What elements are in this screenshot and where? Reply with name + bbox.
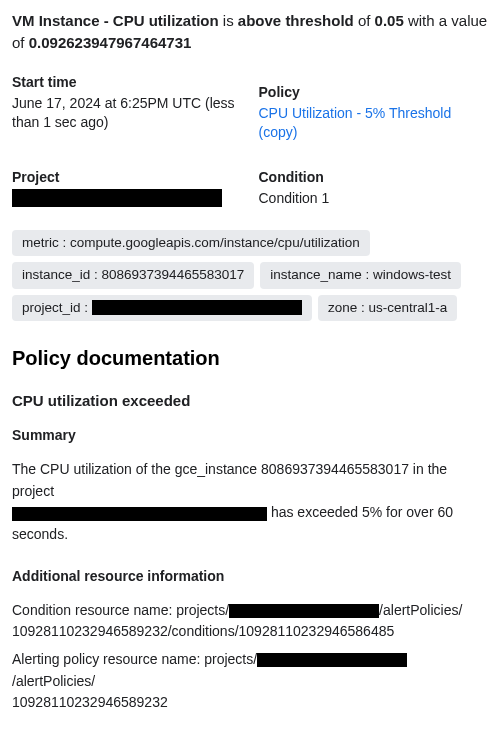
chip-project-id-label: project_id : [22,300,88,316]
start-time-block: Start time June 17, 2024 at 6:25PM UTC (… [12,74,243,143]
policy-label: Policy [259,84,490,100]
policy-doc-subheading: CPU utilization exceeded [12,392,489,409]
headline-subject: VM Instance - CPU utilization [12,12,219,29]
condition-resource-name: Condition resource name: projects//alert… [12,600,489,643]
chip-project-id: project_id : [12,295,312,321]
start-time-label: Start time [12,74,243,90]
alert-email-body: VM Instance - CPU utilization is above t… [0,0,501,733]
headline-threshold: 0.05 [375,12,404,29]
cond-res-project-redacted [229,604,379,618]
headline-state: above threshold [238,12,354,29]
additional-res-label: Additional resource information [12,568,489,584]
cond-res-prefix: Condition resource name: projects/ [12,602,229,618]
meta-grid: Start time June 17, 2024 at 6:25PM UTC (… [12,74,489,209]
policy-doc-heading: Policy documentation [12,347,489,370]
chip-zone: zone : us-central1-a [318,295,457,321]
condition-block: Condition Condition 1 [259,169,490,209]
chip-project-id-redacted [92,300,302,315]
label-chips: metric : compute.googleapis.com/instance… [12,230,489,321]
alert-res-project-redacted [257,653,407,667]
project-value-redacted [12,189,222,207]
policy-block: Policy CPU Utilization - 5% Threshold (c… [259,74,490,143]
condition-value: Condition 1 [259,189,490,209]
chip-metric: metric : compute.googleapis.com/instance… [12,230,370,256]
condition-label: Condition [259,169,490,185]
headline-txt: of [354,12,375,29]
chip-instance-id: instance_id : 8086937394465583017 [12,262,254,288]
project-label: Project [12,169,243,185]
summary-prefix: The CPU utilization of the gce_instance … [12,461,447,499]
summary-text: The CPU utilization of the gce_instance … [12,459,489,546]
alert-resource-name: Alerting policy resource name: projects/… [12,649,489,714]
summary-label: Summary [12,427,489,443]
headline-value: 0.092623947967464731 [29,34,192,51]
start-time-value: June 17, 2024 at 6:25PM UTC (less than 1… [12,94,243,133]
alert-headline: VM Instance - CPU utilization is above t… [12,10,489,54]
alert-res-suffix: /alertPolicies/ 10928110232946589232 [12,673,168,711]
summary-project-redacted [12,507,267,521]
chip-instance-name: instance_name : windows-test [260,262,461,288]
alert-res-prefix: Alerting policy resource name: projects/ [12,651,257,667]
policy-link[interactable]: CPU Utilization - 5% Threshold (copy) [259,105,452,141]
project-block: Project [12,169,243,209]
headline-txt: is [219,12,238,29]
